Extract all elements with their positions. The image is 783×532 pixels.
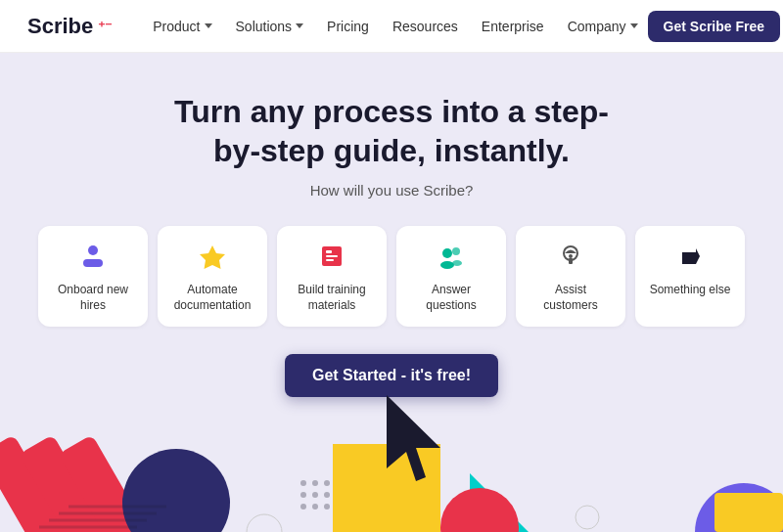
svg-rect-4 [326, 250, 332, 253]
else-label: Something else [650, 283, 731, 298]
customers-icon [558, 244, 583, 273]
svg-point-37 [247, 514, 282, 532]
chevron-down-icon [205, 23, 212, 28]
svg-point-25 [300, 492, 306, 498]
chevron-down-icon [630, 23, 638, 28]
svg-rect-17 [58, 434, 180, 532]
svg-rect-15 [0, 434, 102, 532]
questions-label: Answer questions [408, 283, 494, 313]
svg-point-26 [312, 492, 318, 498]
svg-rect-19 [333, 444, 440, 532]
svg-rect-16 [19, 434, 141, 532]
nav-solutions[interactable]: Solutions [226, 13, 314, 40]
svg-point-10 [452, 260, 462, 266]
svg-point-18 [122, 449, 230, 532]
training-icon [319, 244, 345, 273]
svg-point-23 [312, 480, 318, 486]
svg-rect-13 [569, 258, 573, 264]
navbar: Scribe⁺⁻ Product Solutions Pricing Resou… [0, 0, 783, 53]
use-case-automate[interactable]: Automate documentation [158, 226, 267, 327]
svg-point-30 [324, 504, 330, 510]
use-case-else[interactable]: Something else [635, 226, 745, 327]
chevron-down-icon [296, 23, 303, 28]
svg-rect-32 [714, 493, 783, 532]
svg-point-24 [324, 480, 330, 486]
logo-mark: ⁺⁻ [98, 19, 112, 34]
nav-product[interactable]: Product [143, 13, 221, 40]
else-icon [677, 244, 703, 273]
get-scribe-free-button[interactable]: Get Scribe Free [648, 11, 781, 42]
onboard-label: Onboard new hires [50, 283, 136, 313]
svg-point-12 [569, 254, 573, 258]
training-label: Build training materials [289, 283, 375, 313]
nav-enterprise[interactable]: Enterprise [472, 13, 554, 40]
svg-point-27 [324, 492, 330, 498]
svg-point-22 [300, 480, 306, 486]
questions-icon [438, 244, 464, 273]
get-started-button[interactable]: Get Started - it's free! [285, 354, 498, 397]
svg-point-7 [442, 248, 452, 258]
svg-point-8 [452, 247, 460, 255]
hero-content: Turn any process into a step-by-step gui… [19, 53, 764, 417]
use-cases-grid: Onboard new hires Automate documentation [38, 226, 745, 327]
use-case-training[interactable]: Build training materials [277, 226, 387, 327]
automate-icon [200, 244, 225, 273]
hero-title: Turn any process into a step-by-step gui… [157, 92, 626, 170]
hero-subtitle: How will you use Scribe? [310, 182, 474, 199]
svg-marker-14 [682, 248, 700, 264]
automate-label: Automate documentation [169, 283, 255, 313]
nav-pricing[interactable]: Pricing [317, 13, 379, 40]
svg-rect-0 [88, 245, 98, 255]
svg-point-38 [576, 506, 599, 529]
nav-resources[interactable]: Resources [383, 13, 468, 40]
use-case-onboard[interactable]: Onboard new hires [38, 226, 148, 327]
svg-marker-2 [200, 245, 225, 269]
use-case-customers[interactable]: Assist customers [516, 226, 625, 327]
svg-rect-5 [326, 255, 338, 257]
onboard-icon [80, 244, 106, 273]
svg-point-9 [440, 261, 454, 269]
page-wrapper: Scribe⁺⁻ Product Solutions Pricing Resou… [0, 0, 783, 532]
svg-point-31 [440, 488, 519, 532]
svg-rect-1 [83, 259, 103, 267]
logo-text: Scribe [27, 14, 93, 39]
svg-marker-21 [470, 473, 529, 532]
hero-section: Turn any process into a step-by-step gui… [0, 53, 783, 532]
svg-point-29 [312, 504, 318, 510]
svg-point-28 [300, 504, 306, 510]
nav-company[interactable]: Company [558, 13, 648, 40]
use-case-questions[interactable]: Answer questions [396, 226, 506, 327]
svg-rect-6 [326, 259, 334, 261]
logo[interactable]: Scribe⁺⁻ [27, 14, 112, 39]
nav-links: Product Solutions Pricing Resources Ente… [143, 13, 647, 40]
customers-label: Assist customers [528, 283, 614, 313]
nav-actions: Get Scribe Free Sign In [648, 3, 783, 50]
